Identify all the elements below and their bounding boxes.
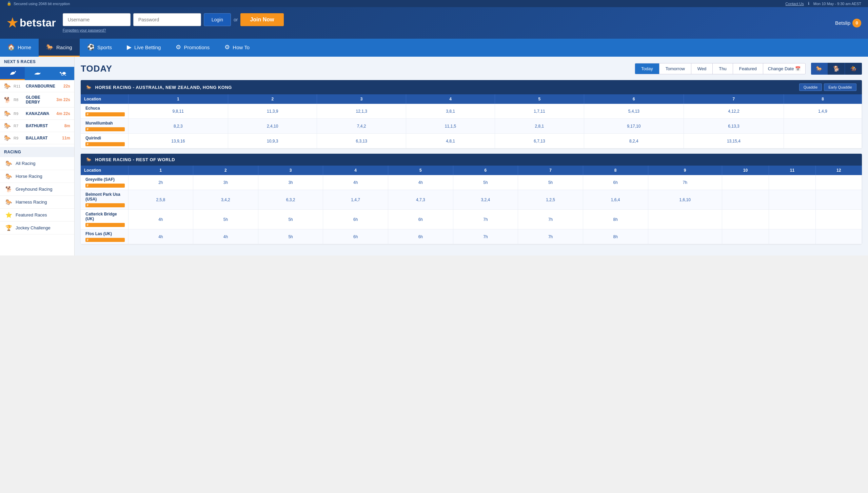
cell-1[interactable]: 4h [128, 229, 193, 244]
race-item-3[interactable]: 🐎 R7 BATHURST 8m [0, 120, 74, 132]
cell-7[interactable]: 5h [518, 175, 583, 190]
filter-horse[interactable]: 🐎 [811, 63, 828, 75]
cell-1[interactable]: 2h [128, 175, 193, 190]
race-item-2[interactable]: 🐎 R9 KANAZAWA 4m 22s [0, 108, 74, 120]
cell-6[interactable]: 8,2,4 [584, 134, 684, 149]
cell-8[interactable]: 1,6,4 [583, 190, 648, 210]
cell-6[interactable]: 7h [453, 210, 518, 229]
cell-4[interactable]: 4,8,1 [406, 134, 495, 149]
cell-7[interactable]: 1,2,5 [518, 190, 583, 210]
nav-promotions[interactable]: ⚙ Promotions [168, 39, 217, 57]
sidebar-link-greyhound-racing[interactable]: 🐕 Greyhound Racing [0, 183, 74, 196]
cell-7[interactable]: 7h [518, 229, 583, 244]
location-name[interactable]: Echuca [85, 106, 125, 111]
cell-6[interactable]: 5,4,13 [584, 104, 684, 119]
cell-3[interactable]: 6,3,13 [317, 134, 406, 149]
cell-5[interactable]: 2,8,1 [495, 119, 584, 134]
cell-5[interactable]: 1,7,11 [495, 104, 584, 119]
cell-1[interactable]: 9,8,11 [128, 104, 228, 119]
password-input[interactable] [133, 13, 201, 26]
nav-how-to[interactable]: ⚙ How To [217, 39, 257, 57]
cell-2[interactable]: 11,3,9 [228, 104, 317, 119]
join-now-button[interactable]: Join Now [240, 13, 283, 26]
location-name[interactable]: Ffos Las (UK) [85, 231, 125, 236]
cell-2[interactable]: 3h [193, 175, 258, 190]
cell-1[interactable]: 8,2,3 [128, 119, 228, 134]
cell-5[interactable]: 4,7,3 [388, 190, 453, 210]
cell-2[interactable]: 2,4,10 [228, 119, 317, 134]
nav-sports[interactable]: ⚽ Sports [80, 39, 119, 57]
cell-3[interactable]: 6,3,2 [258, 190, 323, 210]
race-item-4[interactable]: 🐎 R9 BALLARAT 11m [0, 132, 74, 144]
cell-1[interactable]: 2,5,8 [128, 190, 193, 210]
cell-7[interactable]: 13,15,4 [684, 134, 784, 149]
cell-3[interactable]: 5h [258, 210, 323, 229]
location-name[interactable]: Quirindi [85, 136, 125, 140]
quaddie-button[interactable]: Quaddie [799, 83, 822, 91]
cell-5[interactable]: 4h [388, 175, 453, 190]
tab-thu[interactable]: Thu [713, 63, 733, 74]
cell-7[interactable]: 7h [518, 210, 583, 229]
tab-featured[interactable]: Featured [733, 63, 763, 74]
cell-8[interactable]: 8h [583, 210, 648, 229]
cell-5[interactable]: 6h [388, 229, 453, 244]
cell-7[interactable]: 6,13,3 [684, 119, 784, 134]
sidebar-link-harness-racing[interactable]: 🐎 Harness Racing [0, 196, 74, 209]
cell-1[interactable]: 4h [128, 210, 193, 229]
cell-2[interactable]: 10,9,3 [228, 134, 317, 149]
cell-4[interactable]: 3,8,1 [406, 104, 495, 119]
race-item-0[interactable]: 🐎 R11 CRANBOURNE 22s [0, 80, 74, 92]
location-name[interactable]: Belmont Park Usa (USA) [85, 192, 125, 202]
location-name[interactable]: Murwillumbah [85, 121, 125, 126]
cell-3[interactable]: 12,1,3 [317, 104, 406, 119]
filter-greyhound[interactable]: 🐕 [828, 63, 845, 75]
username-input[interactable] [63, 13, 131, 26]
cell-4[interactable]: 6h [323, 229, 388, 244]
nav-live-betting[interactable]: ▶ Live Betting [119, 39, 168, 57]
nav-racing[interactable]: 🐎 Racing [39, 39, 80, 57]
sidebar-link-horse-racing[interactable]: 🐎 Horse Racing [0, 170, 74, 183]
betslip-button[interactable]: Betslip 0 [835, 19, 861, 27]
filter-harness[interactable]: 🏇 [846, 63, 862, 75]
early-quaddie-button[interactable]: Early Quaddie [824, 83, 856, 91]
race-item-1[interactable]: 🐕 R8 GLOBE DERBY 3m 22s [0, 92, 74, 108]
sidebar-tab-harness[interactable] [50, 67, 74, 80]
location-name[interactable]: Catterick Bridge (UK) [85, 212, 125, 221]
change-date-button[interactable]: Change Date 📅 [763, 63, 805, 74]
sidebar-tab-horse[interactable] [0, 67, 25, 80]
tab-tomorrow[interactable]: Tomorrow [659, 63, 691, 74]
cell-2[interactable]: 4h [193, 229, 258, 244]
cell-5[interactable]: 6h [388, 210, 453, 229]
cell-8[interactable]: 6h [583, 175, 648, 190]
cell-5[interactable]: 6,7,13 [495, 134, 584, 149]
cell-6[interactable]: 3,2,4 [453, 190, 518, 210]
sidebar-link-jockey-challenge[interactable]: 🏆 Jockey Challenge [0, 222, 74, 234]
cell-4[interactable]: 4h [323, 175, 388, 190]
cell-6[interactable]: 5h [453, 175, 518, 190]
cell-3[interactable]: 3h [258, 175, 323, 190]
sidebar-link-all-racing[interactable]: 🐎 All Racing [0, 157, 74, 170]
tab-wed[interactable]: Wed [691, 63, 713, 74]
sidebar-link-featured-races[interactable]: ⭐ Featured Races [0, 209, 74, 222]
cell-8[interactable]: 1,4,9 [784, 104, 862, 119]
location-name[interactable]: Greyville (SAF) [85, 177, 125, 182]
cell-2[interactable]: 3,4,2 [193, 190, 258, 210]
login-button[interactable]: Login [204, 13, 231, 26]
forgot-password-link[interactable]: Forgotten your password? [63, 27, 106, 33]
tab-today[interactable]: Today [635, 63, 659, 74]
cell-2[interactable]: 5h [193, 210, 258, 229]
cell-3[interactable]: 5h [258, 229, 323, 244]
cell-3[interactable]: 7,4,2 [317, 119, 406, 134]
cell-1[interactable]: 13,9,16 [128, 134, 228, 149]
cell-6[interactable]: 9,17,10 [584, 119, 684, 134]
cell-9[interactable]: 7h [648, 175, 722, 190]
cell-4[interactable]: 1,4,7 [323, 190, 388, 210]
sidebar-tab-greyhound[interactable] [25, 67, 50, 80]
cell-4[interactable]: 11,1,5 [406, 119, 495, 134]
cell-9[interactable]: 1,6,10 [648, 190, 722, 210]
contact-link[interactable]: Contact Us [785, 2, 804, 6]
cell-7[interactable]: 4,12,2 [684, 104, 784, 119]
cell-8[interactable]: 8h [583, 229, 648, 244]
cell-4[interactable]: 6h [323, 210, 388, 229]
nav-home[interactable]: 🏠 Home [0, 39, 39, 57]
